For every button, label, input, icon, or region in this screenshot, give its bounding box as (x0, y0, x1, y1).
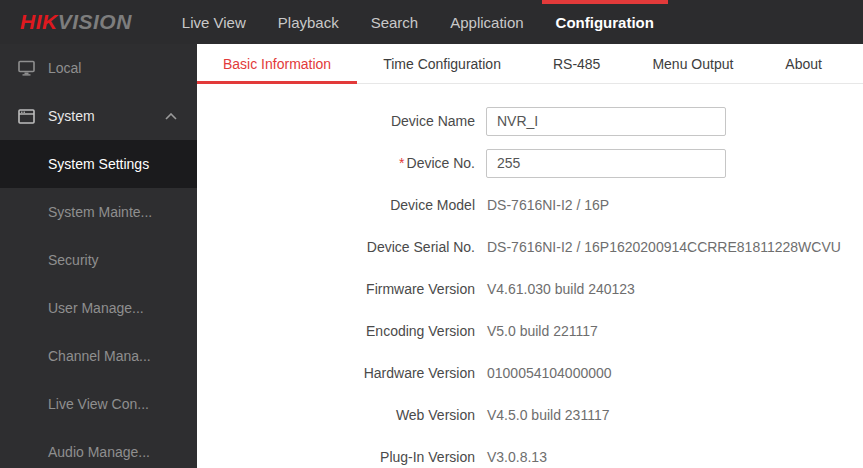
form-row-firmware-version: Firmware Version V4.61.030 build 240123 (197, 268, 863, 310)
field-label: Plug-In Version (197, 449, 475, 465)
sidebar-item-audio-management[interactable]: Audio Manage... (0, 428, 197, 468)
field-label: Device Serial No. (197, 239, 475, 255)
sidebar-item-label: Local (48, 60, 81, 76)
form-row-web-version: Web Version V4.5.0 build 231117 (197, 394, 863, 436)
sidebar-item-label: Channel Mana... (48, 348, 151, 364)
sidebar-item-channel-management[interactable]: Channel Mana... (0, 332, 197, 380)
sidebar-item-label: Security (48, 252, 99, 268)
settings-tab-bar: Basic Information Time Configuration RS-… (197, 44, 863, 84)
field-label: Hardware Version (197, 365, 475, 381)
field-value: DS-7616NI-I2 / 16P1620200914CCRRE8181122… (487, 239, 841, 255)
form-row-hardware-version: Hardware Version 0100054104000000 (197, 352, 863, 394)
hikvision-logo: HIKVISION (20, 0, 132, 44)
tab-time-configuration[interactable]: Time Configuration (357, 44, 527, 83)
window-icon (18, 108, 35, 125)
field-value: DS-7616NI-I2 / 16P (487, 197, 609, 213)
form-row-device-no: *Device No. (197, 142, 863, 184)
logo-hik-text: HIK (20, 10, 58, 34)
logo-vision-text: VISION (58, 10, 132, 34)
main-nav: Live View Playback Search Application Co… (166, 0, 670, 44)
device-no-input[interactable] (486, 149, 726, 178)
field-label: Device Model (197, 197, 475, 213)
sidebar-item-label: User Manage... (48, 300, 144, 316)
sidebar-item-label: Live View Con... (48, 396, 149, 412)
tab-rs-485[interactable]: RS-485 (527, 44, 626, 83)
field-value: V4.5.0 build 231117 (487, 407, 609, 423)
field-label: *Device No. (197, 155, 475, 171)
tab-menu-output[interactable]: Menu Output (626, 44, 759, 83)
form-row-device-serial-no: Device Serial No. DS-7616NI-I2 / 16P1620… (197, 226, 863, 268)
sidebar-item-system-maintenance[interactable]: System Mainte... (0, 188, 197, 236)
sidebar-item-security[interactable]: Security (0, 236, 197, 284)
top-navigation-bar: HIKVISION Live View Playback Search Appl… (0, 0, 863, 44)
sidebar-item-live-view-config[interactable]: Live View Con... (0, 380, 197, 428)
sidebar-item-system[interactable]: System (0, 92, 197, 140)
form-row-plug-in-version: Plug-In Version V3.0.8.13 (197, 436, 863, 468)
field-value: V4.61.030 build 240123 (487, 281, 635, 297)
field-value: V5.0 build 221117 (487, 323, 598, 339)
device-name-input[interactable] (486, 107, 726, 136)
field-label: Web Version (197, 407, 475, 423)
field-value: V3.0.8.13 (487, 449, 547, 465)
main-content: Basic Information Time Configuration RS-… (197, 44, 863, 468)
form-row-device-name: Device Name (197, 100, 863, 142)
nav-item-search[interactable]: Search (355, 0, 435, 44)
form-row-encoding-version: Encoding Version V5.0 build 221117 (197, 310, 863, 352)
sidebar-item-user-management[interactable]: User Manage... (0, 284, 197, 332)
basic-information-form: Device Name *Device No. Device Model DS-… (197, 84, 863, 468)
monitor-icon (18, 60, 35, 77)
sidebar-item-local[interactable]: Local (0, 44, 197, 92)
chevron-up-icon (165, 113, 177, 120)
sidebar-item-system-settings[interactable]: System Settings (0, 140, 197, 188)
field-label: Firmware Version (197, 281, 475, 297)
form-row-device-model: Device Model DS-7616NI-I2 / 16P (197, 184, 863, 226)
sidebar-item-label: Audio Manage... (48, 444, 150, 460)
sidebar-item-label: System Settings (48, 156, 149, 172)
nav-item-playback[interactable]: Playback (262, 0, 355, 44)
required-asterisk: * (399, 155, 404, 171)
config-sidebar: Local System System Settings System Main… (0, 44, 197, 468)
nav-item-configuration[interactable]: Configuration (540, 0, 670, 44)
nav-item-application[interactable]: Application (434, 0, 539, 44)
field-value: 0100054104000000 (487, 365, 612, 381)
field-label: Encoding Version (197, 323, 475, 339)
nav-item-live-view[interactable]: Live View (166, 0, 262, 44)
field-label: Device Name (197, 113, 475, 129)
tab-basic-information[interactable]: Basic Information (197, 44, 357, 83)
sidebar-item-label: System Mainte... (48, 204, 152, 220)
sidebar-item-label: System (48, 108, 95, 124)
tab-about[interactable]: About (759, 44, 848, 83)
